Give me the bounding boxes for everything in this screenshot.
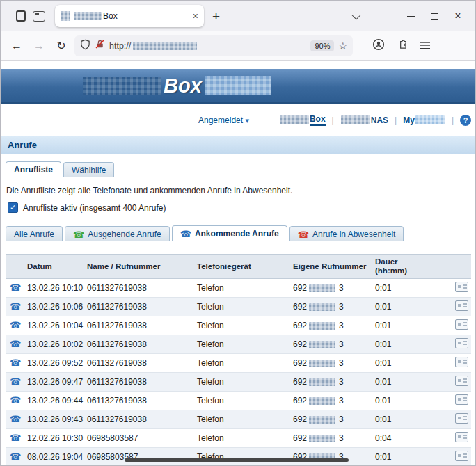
redacted-tab-title-prefix	[74, 12, 102, 20]
menu-icon[interactable]	[420, 40, 430, 52]
new-tab-button[interactable]: +	[212, 10, 220, 23]
phonebook-add-icon[interactable]	[455, 357, 468, 367]
call-row: ☎ 13.02.26 10:06 0611327619038 Telefon 6…	[6, 298, 471, 316]
anrufliste-aktiv-row: ✓ Anrufliste aktiv (insgesamt 400 Anrufe…	[8, 202, 475, 213]
phonebook-add-icon[interactable]	[455, 413, 468, 424]
phonebook-add-icon[interactable]	[455, 394, 468, 405]
tab-list-chevron-icon[interactable]	[352, 10, 361, 19]
redacted-number-part	[309, 303, 335, 311]
extensions-icon[interactable]	[397, 38, 408, 53]
insecure-lock-icon[interactable]	[95, 39, 105, 52]
call-datum: 13.02.26 09:52	[24, 354, 84, 373]
tab-overview-icon[interactable]	[33, 11, 45, 22]
filter-tab-alle-anrufe[interactable]: Alle Anrufe	[6, 226, 63, 241]
filter-tab-ankommende[interactable]: ☎ Ankommende Anrufe	[172, 225, 287, 241]
call-dauer: 0:01	[372, 279, 445, 298]
call-datum: 13.02.26 09:43	[24, 410, 84, 429]
call-datum: 08.02.26 19:04	[24, 448, 84, 466]
redacted-number-part	[309, 341, 335, 348]
nav-link-myfritz[interactable]: My	[403, 115, 445, 125]
phonebook-add-icon[interactable]	[455, 319, 468, 330]
call-dauer: 0:04	[372, 429, 445, 448]
redacted-number-part	[309, 397, 335, 405]
call-eigene-rufnummer: 6923	[290, 392, 372, 410]
nav-separator: |	[332, 115, 334, 125]
forward-button[interactable]: →	[30, 40, 48, 52]
call-geraet: Telefon	[194, 392, 290, 410]
nav-separator: |	[452, 115, 454, 125]
horizontal-scrollbar-thumb[interactable]	[125, 458, 349, 462]
call-geraet: Telefon	[194, 448, 290, 466]
bookmark-star-icon[interactable]: ☆	[338, 40, 347, 51]
top-navigation: Angemeldet ▾ Box | NAS | My | ?	[1, 114, 475, 126]
redacted-number-part	[309, 322, 335, 330]
help-button[interactable]: ?	[460, 115, 471, 126]
call-list-table: Datum Name / Rufnummer Telefoniegerät Ei…	[6, 254, 471, 466]
filter-tab-abwesenheit[interactable]: ☎ Anrufe in Abwesenheit	[289, 226, 404, 241]
call-row: ☎ 13.02.26 09:43 0611327619038 Telefon 6…	[6, 410, 471, 429]
tab-waehlhilfe[interactable]: Wählhilfe	[63, 162, 114, 177]
shield-icon[interactable]	[80, 39, 90, 53]
phonebook-add-icon[interactable]	[455, 300, 468, 311]
col-datum: Datum	[24, 255, 84, 279]
call-geraet: Telefon	[194, 335, 290, 354]
filter-tab-ausgehende[interactable]: ☎ Ausgehende Anrufe	[65, 226, 170, 241]
call-geraet: Telefon	[194, 298, 290, 316]
phonebook-add-icon[interactable]	[455, 432, 468, 442]
call-dauer: 0:01	[372, 448, 445, 466]
redacted-number-part	[309, 284, 335, 292]
call-rufnummer: 0611327619038	[84, 316, 194, 335]
window-close-button[interactable]: ×	[446, 10, 470, 22]
nav-separator: |	[395, 115, 397, 125]
call-rufnummer: 0611327619038	[84, 279, 194, 298]
call-row: ☎ 13.02.26 10:10 0611327619038 Telefon 6…	[6, 279, 471, 298]
call-dauer: 0:01	[372, 373, 445, 392]
browser-tab[interactable]: Box ×	[55, 5, 204, 27]
call-row: ☎ 13.02.26 10:04 0611327619038 Telefon 6…	[6, 316, 471, 335]
back-button[interactable]: ←	[8, 40, 26, 52]
incoming-call-icon: ☎	[10, 282, 21, 293]
call-rufnummer: 06985803587	[84, 448, 194, 466]
call-dauer: 0:01	[372, 410, 445, 429]
col-call-type	[6, 255, 24, 279]
call-eigene-rufnummer: 6923	[290, 279, 372, 298]
phonebook-add-icon[interactable]	[455, 282, 468, 292]
nav-link-fritzbox[interactable]: Box	[279, 114, 326, 126]
call-rufnummer: 0611327619038	[84, 298, 194, 316]
phonebook-add-icon[interactable]	[455, 338, 468, 348]
page-title: Anrufe	[1, 136, 475, 154]
main-tabs: Anrufliste Wählhilfe	[1, 160, 475, 177]
maximize-button[interactable]	[422, 10, 446, 22]
logo-text: Box	[164, 74, 202, 97]
call-dauer: 0:01	[372, 335, 445, 354]
tab-anrufliste[interactable]: Anrufliste	[6, 161, 61, 177]
zoom-level-badge[interactable]: 90%	[310, 40, 334, 51]
tab-close-icon[interactable]: ×	[193, 10, 198, 22]
description-text: Die Anrufliste zeigt alle Telefonate und…	[6, 186, 475, 195]
incoming-call-icon: ☎	[10, 395, 21, 405]
outgoing-call-icon: ☎	[73, 230, 84, 239]
nav-link-nas[interactable]: NAS	[340, 115, 388, 125]
reload-button[interactable]: ↻	[52, 39, 70, 52]
call-rufnummer: 0611327619038	[84, 410, 194, 429]
call-row: ☎ 13.02.26 09:52 0611327619038 Telefon 6…	[6, 354, 471, 373]
call-datum: 13.02.26 10:04	[24, 316, 84, 335]
redacted-brand	[280, 115, 309, 124]
filter-tabs: Alle Anrufe ☎ Ausgehende Anrufe ☎ Ankomm…	[1, 224, 475, 241]
minimize-button[interactable]	[399, 10, 422, 22]
call-geraet: Telefon	[194, 354, 290, 373]
url-bar[interactable]: http:// 90% ☆	[74, 35, 353, 56]
browser-tab-bar: Box × + ×	[1, 1, 475, 31]
account-icon[interactable]	[372, 38, 385, 54]
col-name-rufnummer: Name / Rufnummer	[84, 255, 194, 279]
logged-in-menu[interactable]: Angemeldet ▾	[198, 115, 249, 125]
call-datum: 13.02.26 10:10	[24, 279, 84, 298]
call-rufnummer: 06985803587	[84, 429, 194, 448]
anrufliste-aktiv-checkbox[interactable]: ✓	[8, 202, 18, 213]
call-eigene-rufnummer: 6923	[290, 298, 372, 316]
redacted-number-part	[309, 360, 335, 367]
phonebook-add-icon[interactable]	[455, 376, 468, 386]
incoming-call-icon: ☎	[10, 301, 21, 312]
firefox-view-icon[interactable]	[16, 10, 26, 22]
phonebook-add-icon[interactable]	[455, 451, 468, 461]
